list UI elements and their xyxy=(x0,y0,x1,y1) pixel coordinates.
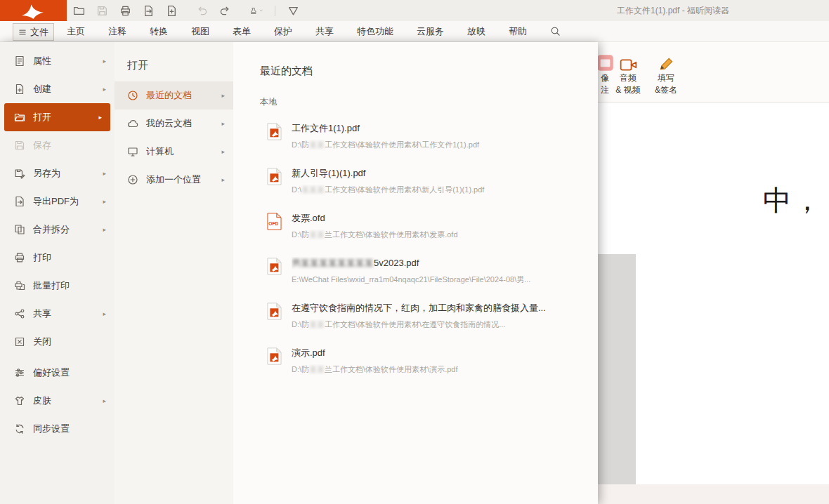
file-name: 工作文件1(1).pdf xyxy=(292,122,581,135)
properties-icon xyxy=(14,55,26,67)
menu-tab-表单[interactable]: 表单 xyxy=(233,25,251,38)
submenu-arrow-icon: ▸ xyxy=(221,92,225,99)
pdf-file-icon xyxy=(267,347,282,387)
file-menu-item-导出PDF为[interactable]: 导出PDF为▸ xyxy=(0,187,115,215)
file-path-text: D:\防 xyxy=(292,230,309,239)
file-menu-item-属性[interactable]: 属性▸ xyxy=(0,47,115,75)
export-doc-icon xyxy=(143,5,155,17)
file-name-text: 工作文件1(1).pdf xyxy=(292,123,360,133)
foxit-logo[interactable] xyxy=(0,0,67,21)
file-menu-button[interactable]: 文件 xyxy=(13,23,54,41)
ribbon-button-label: 音频 xyxy=(610,72,646,84)
create-icon xyxy=(14,84,26,95)
svg-text:OFD: OFD xyxy=(268,221,278,226)
file-menu-sidebar: 属性▸创建▸打开▸保存另存为▸导出PDF为▸合并拆分▸打印批量打印共享▸关闭偏好… xyxy=(0,42,115,504)
submenu-arrow-icon: ▸ xyxy=(98,114,102,121)
file-path: D:\防某某兰工作文档\体验软件使用素材\发票.ofd xyxy=(292,230,581,240)
file-menu-item-label: 创建 xyxy=(33,83,51,95)
sync-icon xyxy=(14,423,25,435)
file-menu-item-label: 同步设置 xyxy=(33,423,70,435)
file-menu-item-label: 共享 xyxy=(33,307,51,320)
stamp-tool-button[interactable] xyxy=(249,4,263,18)
file-info: 男某某某某某某某某5v2023.pdfE:\WeChat Files\wxid_… xyxy=(292,257,581,298)
file-menu-item-label: 保存 xyxy=(33,139,51,152)
nabla-button[interactable] xyxy=(287,4,301,18)
share-icon xyxy=(14,308,26,320)
file-menu-item-皮肤[interactable]: 皮肤▸ xyxy=(0,387,115,415)
menu-tab-保护[interactable]: 保护 xyxy=(274,25,292,38)
caret-down-icon xyxy=(259,8,263,13)
undo-button xyxy=(196,4,209,18)
file-menu-item-另存为[interactable]: 另存为▸ xyxy=(0,159,115,187)
search-button[interactable] xyxy=(550,26,561,37)
file-path: D:\某某某工作文档\体验软件使用素材\新人引导(1)(1).pdf xyxy=(292,185,581,195)
recent-file-row[interactable]: 演示.pdfD:\防某某兰工作文档\体验软件使用素材\演示.pdf xyxy=(233,343,598,387)
redacted-text: 某某 xyxy=(309,230,325,239)
menu-tab-主页[interactable]: 主页 xyxy=(67,25,85,38)
folder-open-button[interactable] xyxy=(73,4,86,18)
foxit-reader-window: 工作文件1(1).pdf - 福昕阅读器 文件 主页注释转换视图表单保护共享特色… xyxy=(0,0,829,504)
close-doc-icon xyxy=(14,336,25,347)
save-icon xyxy=(96,5,108,17)
file-name-text: 新人引导(1)(1).pdf xyxy=(292,168,365,178)
file-menu-item-label: 打印 xyxy=(33,251,51,264)
submenu-arrow-icon: ▸ xyxy=(103,310,106,317)
save-as-icon xyxy=(14,168,25,179)
file-menu-item-批量打印[interactable]: 批量打印 xyxy=(0,272,115,300)
file-menu-item-共享[interactable]: 共享▸ xyxy=(0,300,115,328)
file-info: 工作文件1(1).pdfD:\防某某工作文档\体验软件使用素材\工作文件1(1)… xyxy=(292,122,581,163)
print-button[interactable] xyxy=(119,4,133,18)
menu-tab-放映[interactable]: 放映 xyxy=(467,25,485,38)
open-item-计算机[interactable]: 计算机▸ xyxy=(115,138,233,166)
print-icon xyxy=(119,5,131,17)
export-doc-button[interactable] xyxy=(143,4,156,18)
open-item-添加一个位置[interactable]: 添加一个位置▸ xyxy=(115,166,233,194)
computer-icon xyxy=(127,146,139,158)
file-path-text: D:\防 xyxy=(292,140,309,149)
ribbon-button-fill-sign[interactable]: 填写&签名 xyxy=(648,48,684,95)
menu-tab-特色功能[interactable]: 特色功能 xyxy=(357,25,393,38)
file-menu-item-打印[interactable]: 打印 xyxy=(0,244,115,272)
file-menu-item-创建[interactable]: 创建▸ xyxy=(0,75,115,103)
open-item-最近的文档[interactable]: 最近的文档▸ xyxy=(115,81,233,110)
recent-file-row[interactable]: 男某某某某某某某某5v2023.pdfE:\WeChat Files\wxid_… xyxy=(233,253,598,298)
menu-tab-共享[interactable]: 共享 xyxy=(315,25,334,38)
menu-tab-转换[interactable]: 转换 xyxy=(150,25,168,38)
menu-tab-视图[interactable]: 视图 xyxy=(191,25,209,38)
file-path-text: E:\WeChat Files\wxid_rra1m04nqaqc21\File… xyxy=(292,275,530,284)
recent-file-row[interactable]: 工作文件1(1).pdfD:\防某某工作文档\体验软件使用素材\工作文件1(1)… xyxy=(233,118,598,163)
recent-file-row[interactable]: OFD发票.ofdD:\防某某兰工作文档\体验软件使用素材\发票.ofd xyxy=(233,208,598,253)
sign-pencil-icon xyxy=(648,48,684,72)
menu-tab-注释[interactable]: 注释 xyxy=(108,25,126,38)
open-item-label: 最近的文档 xyxy=(146,89,192,102)
export-pdf-icon xyxy=(14,196,25,207)
file-menu-item-保存: 保存 xyxy=(0,131,115,159)
new-doc-button[interactable] xyxy=(166,4,179,18)
cloud-icon xyxy=(127,118,139,130)
menubar: 文件 主页注释转换视图表单保护共享特色功能云服务放映帮助 xyxy=(0,21,829,42)
camera-icon xyxy=(610,48,646,72)
share-icon xyxy=(14,308,25,319)
menu-tab-云服务[interactable]: 云服务 xyxy=(417,25,444,38)
file-menu-item-合并拆分[interactable]: 合并拆分▸ xyxy=(0,215,115,244)
file-path: D:\防某某工作文档\体验软件使用素材\在遵守饮食指南的情况... xyxy=(292,319,581,330)
file-menu-item-偏好设置[interactable]: 偏好设置 xyxy=(0,359,115,387)
file-path-text: 工作文档\体验软件使用素材\新人引导(1)(1).pdf xyxy=(325,185,484,194)
redo-button[interactable] xyxy=(219,4,233,18)
file-info: 演示.pdfD:\防某某兰工作文档\体验软件使用素材\演示.pdf xyxy=(292,347,581,387)
add-place-icon xyxy=(127,174,139,186)
cloud-icon xyxy=(127,118,138,129)
file-menu-item-打开[interactable]: 打开▸ xyxy=(4,103,110,131)
toolbar-divider xyxy=(275,6,275,16)
open-item-我的云文档[interactable]: 我的云文档▸ xyxy=(115,110,233,138)
ribbon-button-audio-video[interactable]: 音频& 视频 xyxy=(610,48,646,95)
file-menu-item-关闭[interactable]: 关闭 xyxy=(0,328,115,356)
file-menu-item-label: 另存为 xyxy=(33,167,60,180)
menu-tab-帮助[interactable]: 帮助 xyxy=(509,25,527,38)
file-path-text: 工作文档\体验软件使用素材\工作文件1(1).pdf xyxy=(325,140,479,149)
hamburger-icon xyxy=(18,28,27,37)
recent-file-row[interactable]: 在遵守饮食指南的情况下，红肉，加工肉和家禽的膳食摄入量...D:\防某某工作文档… xyxy=(233,298,598,343)
file-menu-item-同步设置[interactable]: 同步设置 xyxy=(0,415,115,443)
recent-file-row[interactable]: 新人引导(1)(1).pdfD:\某某某工作文档\体验软件使用素材\新人引导(1… xyxy=(233,163,598,208)
camera-icon xyxy=(620,58,637,72)
